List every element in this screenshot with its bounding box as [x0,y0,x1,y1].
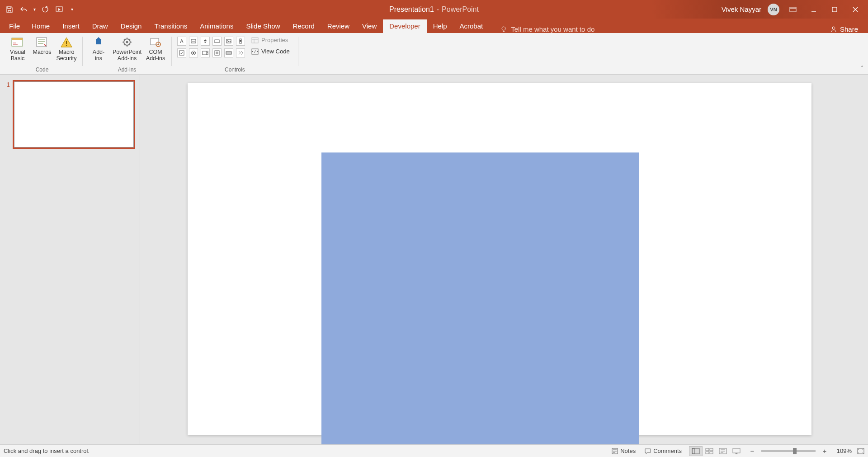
maximize-icon[interactable] [827,3,842,16]
svg-point-10 [126,41,128,43]
zoom-slider[interactable] [761,450,816,452]
tab-help[interactable]: Help [427,19,453,33]
minimize-icon[interactable] [807,3,821,16]
svg-rect-23 [203,51,208,55]
addins-button[interactable]: Add- ins [86,34,111,62]
app-name: PowerPoint [442,5,479,14]
activex-control-placeholder[interactable] [321,152,639,444]
svg-point-4 [832,27,835,29]
zoom-in-button[interactable]: + [821,447,828,455]
svg-rect-31 [692,448,694,454]
reading-view-button[interactable] [716,446,730,456]
lightbulb-icon [500,26,507,33]
ribbon-display-options-icon[interactable] [786,3,800,16]
tab-animations[interactable]: Animations [193,19,240,33]
user-avatar[interactable]: VN [768,4,779,15]
zoom-out-button[interactable]: − [749,447,756,455]
tell-me-search[interactable]: Tell me what you want to do [500,25,594,33]
tab-view[interactable]: View [356,19,383,33]
slide-canvas[interactable] [188,83,811,435]
user-name: Vivek Nayyar [722,5,761,13]
close-icon[interactable] [848,3,863,16]
collapse-ribbon-icon[interactable]: ˄ [861,65,863,71]
slide-sorter-view-button[interactable] [703,446,716,456]
tab-draw[interactable]: Draw [86,19,114,33]
image-control-button[interactable] [224,37,233,46]
zoom-percentage[interactable]: 109% [834,447,852,454]
more-controls-button[interactable] [236,48,245,57]
svg-rect-15 [214,40,220,43]
view-code-button[interactable]: View Code [249,47,292,56]
comments-icon [645,448,651,454]
listbox-control-button[interactable] [212,48,222,57]
tab-developer[interactable]: Developer [383,19,426,33]
start-from-beginning-icon[interactable] [55,5,65,14]
undo-icon[interactable] [19,5,29,14]
gear-icon [120,36,134,48]
option-control-button[interactable] [189,48,198,57]
group-code: Visual Basic Macros Macro Security Code [3,34,81,74]
svg-rect-19 [240,40,241,42]
svg-rect-6 [12,38,23,40]
tab-home[interactable]: Home [25,19,56,33]
svg-rect-11 [151,38,159,45]
scrollbar-control-button[interactable] [236,37,245,46]
macros-button[interactable]: Macros [30,34,54,56]
status-bar: Click and drag to insert a control. Note… [0,444,868,457]
group-controls: A Proper [173,34,297,74]
tab-design[interactable]: Design [114,19,148,33]
tab-transitions[interactable]: Transitions [148,19,193,33]
com-addins-button[interactable]: COM Add-ins [143,34,168,62]
command-button-control[interactable] [212,37,222,46]
fit-to-window-button[interactable] [857,448,864,454]
tab-file[interactable]: File [4,19,25,33]
combobox-control-button[interactable] [201,48,210,57]
tab-review[interactable]: Review [321,19,356,33]
toggle-control-button[interactable] [224,48,233,57]
share-button[interactable]: Share [830,25,864,33]
properties-icon [251,37,259,43]
slideshow-view-button[interactable] [730,446,743,456]
thumbnail-preview [13,80,135,149]
slide-thumbnail-panel: 1 [0,75,140,444]
addins-icon [91,36,106,48]
svg-rect-25 [226,52,231,54]
fit-icon [857,448,864,454]
doc-name: Presentation1 [389,5,434,14]
group-separator [82,37,83,66]
group-addins: Add- ins PowerPoint Add-ins COM Add-ins … [84,34,170,74]
redo-icon[interactable] [40,5,50,14]
view-code-icon [251,48,259,55]
slide-thumbnail[interactable]: 1 [5,80,135,149]
spin-control-button[interactable] [201,37,210,46]
view-mode-buttons [689,446,743,456]
title-bar: ▾ ▾ Presentation1 - PowerPoint Vivek Nay… [0,0,868,19]
save-icon[interactable] [5,5,14,14]
undo-dropdown-icon[interactable]: ▾ [33,7,36,12]
textbox-control-button[interactable] [189,37,198,46]
slide-stage[interactable] [140,75,868,444]
qat-customize-icon[interactable]: ▾ [71,7,73,12]
svg-point-22 [193,52,194,54]
tab-record[interactable]: Record [286,19,321,33]
svg-point-8 [66,45,67,46]
svg-point-13 [157,43,159,45]
visual-basic-button[interactable]: Visual Basic [5,34,30,62]
normal-view-button[interactable] [689,446,703,456]
checkbox-control-button[interactable] [177,48,186,57]
tab-acrobat[interactable]: Acrobat [453,19,490,33]
macro-security-button[interactable]: Macro Security [54,34,79,62]
powerpoint-addins-button[interactable]: PowerPoint Add-ins [111,34,143,62]
person-icon [830,26,837,33]
gear-settings-icon [148,36,163,48]
label-control-button[interactable]: A [177,37,186,46]
comments-button[interactable]: Comments [643,447,684,454]
warning-icon [59,36,74,48]
svg-rect-33 [710,448,713,451]
svg-rect-2 [832,7,837,12]
notes-button[interactable]: Notes [610,447,637,454]
ribbon-tabs: File Home Insert Draw Design Transitions… [0,19,868,33]
tab-slide-show[interactable]: Slide Show [240,19,286,33]
tab-insert[interactable]: Insert [56,19,86,33]
zoom-slider-thumb[interactable] [793,448,797,454]
